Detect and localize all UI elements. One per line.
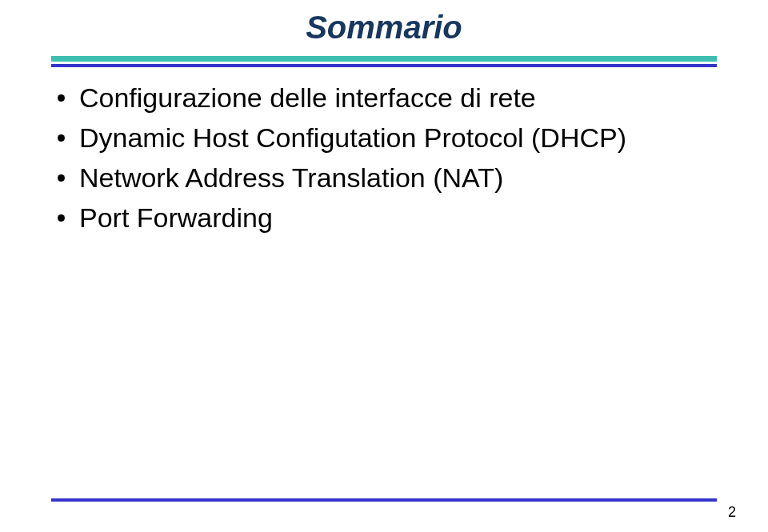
bullet-text: Configurazione delle interfacce di rete xyxy=(79,80,714,117)
bottom-rule xyxy=(51,498,717,502)
page-number: 2 xyxy=(728,504,736,521)
bullet-text: Dynamic Host Configutation Protocol (DHC… xyxy=(79,120,714,157)
rule-blue xyxy=(51,64,717,67)
top-rule xyxy=(51,56,717,67)
list-item: Dynamic Host Configutation Protocol (DHC… xyxy=(58,120,714,157)
list-item: Configurazione delle interfacce di rete xyxy=(58,80,714,117)
bullet-icon xyxy=(58,134,65,142)
bullet-icon xyxy=(58,94,65,102)
bullet-icon xyxy=(58,174,65,182)
rule-teal xyxy=(51,56,717,62)
content-area: Configurazione delle interfacce di rete … xyxy=(58,80,714,240)
bullet-text: Port Forwarding xyxy=(79,200,714,237)
list-item: Port Forwarding xyxy=(58,200,714,237)
page-title: Sommario xyxy=(0,10,768,46)
bullet-icon xyxy=(58,214,65,222)
bullet-text: Network Address Translation (NAT) xyxy=(79,160,714,197)
slide: Sommario Configurazione delle interfacce… xyxy=(0,0,768,532)
list-item: Network Address Translation (NAT) xyxy=(58,160,714,197)
